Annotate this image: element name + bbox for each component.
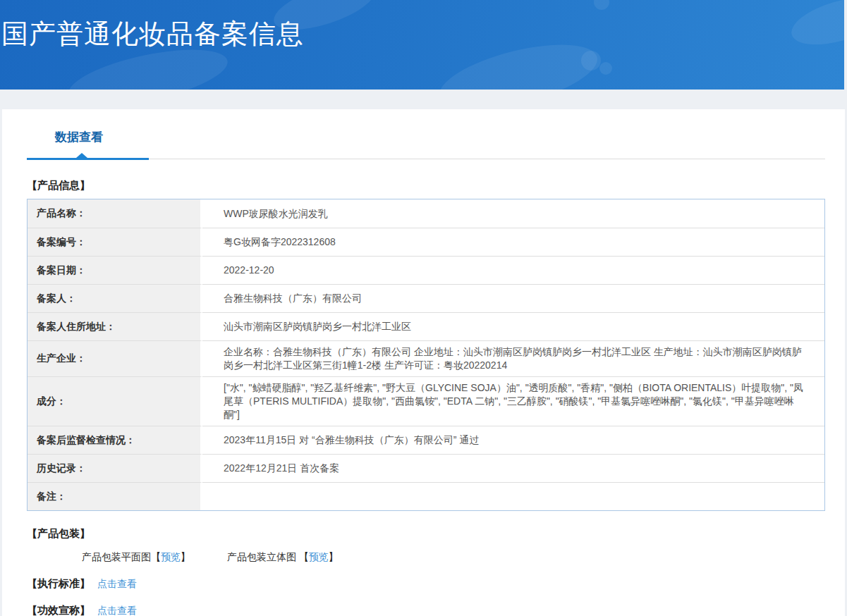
tab-data-view[interactable]: 数据查看 bbox=[55, 129, 103, 145]
row-value: WWP玻尿酸水光润发乳 bbox=[202, 199, 824, 228]
tab-bar: 数据查看 bbox=[27, 129, 821, 161]
table-row-registrant-address: 备案人住所地址： 汕头市潮南区胪岗镇胪岗乡一村北洋工业区 bbox=[28, 312, 824, 340]
table-row-record-date: 备案日期： 2022-12-20 bbox=[28, 256, 824, 284]
row-value bbox=[202, 482, 824, 510]
row-value: 汕头市潮南区胪岗镇胪岗乡一村北洋工业区 bbox=[202, 312, 824, 340]
efficacy-claim-label: 【功效宣称】 bbox=[27, 604, 90, 616]
table-row-ingredients: 成分： ["水", "鲸蜡硬脂醇", "羟乙基纤维素", "野大豆（GLYCIN… bbox=[28, 376, 824, 426]
row-label: 备案人住所地址： bbox=[28, 312, 202, 340]
table-row-remarks: 备注： bbox=[28, 482, 824, 510]
bracket-open: 【 bbox=[299, 551, 309, 562]
efficacy-claim-view-link[interactable]: 点击查看 bbox=[97, 605, 137, 616]
packaging-solid-item: 产品包装立体图 【预览】 bbox=[227, 551, 339, 562]
table-row-record-number: 备案编号： 粤G妆网备字2022312608 bbox=[28, 228, 824, 256]
banner-decor-dot bbox=[599, 62, 612, 75]
bracket-close: 】 bbox=[329, 551, 339, 562]
row-label: 生产企业： bbox=[28, 340, 202, 376]
packaging-solid-label: 产品包装立体图 bbox=[227, 551, 299, 562]
content-card: 数据查看 【产品信息】 产品名称： WWP玻尿酸水光润发乳 备案编号： 粤G妆网… bbox=[2, 109, 845, 616]
row-label: 历史记录： bbox=[28, 454, 202, 482]
executive-standard-row: 【执行标准】点击查看 bbox=[27, 577, 821, 591]
banner-decor-ellipse bbox=[433, 32, 603, 90]
row-value: 企业名称：合雅生物科技（广东）有限公司 企业地址：汕头市潮南区胪岗镇胪岗乡一村北… bbox=[202, 340, 824, 376]
product-info-section-title: 【产品信息】 bbox=[27, 179, 821, 192]
row-label: 备案人： bbox=[28, 284, 202, 312]
tab-active-arrow-icon bbox=[76, 153, 87, 158]
table-row-manufacturer: 生产企业： 企业名称：合雅生物科技（广东）有限公司 企业地址：汕头市潮南区胪岗镇… bbox=[28, 340, 824, 376]
packaging-links-row: 产品包装平面图【预览】 产品包装立体图 【预览】 bbox=[82, 551, 821, 564]
row-value: 2023年11月15日 对 “合雅生物科技（广东）有限公司” 通过 bbox=[202, 426, 824, 454]
row-label: 成分： bbox=[28, 376, 202, 426]
row-value: 2022年12月21日 首次备案 bbox=[202, 454, 824, 482]
table-row-supervision-check: 备案后监督检查情况： 2023年11月15日 对 “合雅生物科技（广东）有限公司… bbox=[28, 426, 824, 454]
tab-active-indicator bbox=[27, 158, 149, 160]
executive-standard-label: 【执行标准】 bbox=[27, 577, 90, 589]
row-value: 合雅生物科技（广东）有限公司 bbox=[202, 284, 824, 312]
row-label: 备案后监督检查情况： bbox=[28, 426, 202, 454]
bracket-open: 【 bbox=[151, 551, 161, 562]
executive-standard-view-link[interactable]: 点击查看 bbox=[97, 578, 137, 589]
packaging-solid-preview-link[interactable]: 预览 bbox=[309, 551, 329, 562]
page-title: 国产普通化妆品备案信息 bbox=[1, 17, 304, 51]
banner-decor-ellipse bbox=[786, 0, 844, 54]
product-info-table: 产品名称： WWP玻尿酸水光润发乳 备案编号： 粤G妆网备字2022312608… bbox=[27, 199, 825, 511]
banner-decor-dot bbox=[594, 0, 609, 10]
row-label: 产品名称： bbox=[28, 199, 202, 228]
packaging-flat-preview-link[interactable]: 预览 bbox=[161, 551, 181, 562]
packaging-section-title: 【产品包装】 bbox=[27, 527, 821, 541]
row-label: 备案编号： bbox=[28, 228, 202, 256]
row-label: 备注： bbox=[28, 482, 202, 510]
packaging-flat-label: 产品包装平面图 bbox=[82, 551, 151, 562]
bracket-close: 】 bbox=[181, 551, 190, 562]
row-value: 2022-12-20 bbox=[202, 256, 824, 284]
row-value: 粤G妆网备字2022312608 bbox=[202, 228, 824, 256]
table-row-product-name: 产品名称： WWP玻尿酸水光润发乳 bbox=[28, 199, 824, 228]
tab-underline bbox=[27, 145, 825, 161]
page-header-banner: 国产普通化妆品备案信息 bbox=[0, 0, 844, 90]
packaging-flat-item: 产品包装平面图【预览】 bbox=[82, 551, 193, 562]
efficacy-claim-row: 【功效宣称】点击查看 bbox=[27, 604, 821, 616]
table-row-registrant: 备案人： 合雅生物科技（广东）有限公司 bbox=[28, 284, 824, 312]
table-row-history: 历史记录： 2022年12月21日 首次备案 bbox=[28, 454, 824, 482]
row-value: ["水", "鲸蜡硬脂醇", "羟乙基纤维素", "野大豆（GLYCINE SO… bbox=[202, 376, 824, 426]
banner-decor-dot bbox=[581, 51, 601, 70]
row-label: 备案日期： bbox=[28, 256, 202, 284]
